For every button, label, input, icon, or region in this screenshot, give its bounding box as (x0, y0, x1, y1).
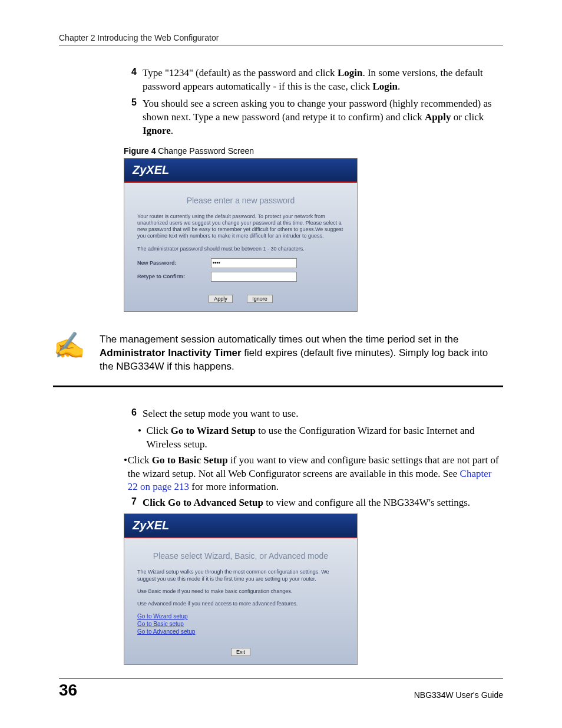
mode-text: The Wizard setup walks you through the m… (137, 569, 344, 582)
mode-text: Use Advanced mode if you need access to … (137, 601, 344, 607)
figure-4-screenshot: ZyXEL Please enter a new password Your r… (124, 158, 358, 312)
step-4: 4 Type "1234" (default) as the password … (124, 67, 503, 94)
panel-title: Please select Wizard, Basic, or Advanced… (137, 551, 344, 561)
zyxel-header: ZyXEL (124, 514, 357, 538)
step-7: 7 Click Go to Advanced Setup to view and… (124, 496, 503, 510)
bullet-wizard: •Click Go to Wizard Setup to use the Con… (138, 424, 503, 452)
step-5: 5 You should see a screen asking you to … (124, 97, 503, 138)
new-password-input[interactable] (211, 258, 297, 268)
page-number: 36 (59, 681, 77, 700)
guide-title: NBG334W User's Guide (414, 690, 503, 700)
note-icon: ✍ (53, 333, 85, 374)
go-to-basic-link[interactable]: Go to Basic setup (137, 621, 344, 627)
figure-5-screenshot: ZyXEL Please select Wizard, Basic, or Ad… (124, 513, 358, 665)
zyxel-logo: ZyXEL (133, 519, 169, 532)
retype-password-label: Retype to Confirm: (137, 274, 211, 279)
step-number: 4 (124, 67, 137, 94)
go-to-advanced-link[interactable]: Go to Advanced setup (137, 628, 344, 635)
new-password-label: New Password: (137, 260, 211, 266)
running-header: Chapter 2 Introducing the Web Configurat… (59, 33, 503, 45)
step-number: 5 (124, 97, 137, 138)
instruction-text: The administrator password should must b… (137, 246, 344, 252)
step-number: 7 (124, 496, 137, 510)
zyxel-logo: ZyXEL (133, 163, 169, 176)
step-number: 6 (124, 407, 137, 421)
step-6: 6 Select the setup mode you want to use. (124, 407, 503, 421)
divider (53, 386, 503, 387)
ignore-button[interactable]: Ignore (247, 295, 273, 303)
figure-4-caption: Figure 4 Change Password Screen (124, 146, 503, 156)
mode-text: Use Basic mode if you need to make basic… (137, 588, 344, 595)
bullet-basic: •Click Go to Basic Setup if you want to … (124, 454, 503, 495)
panel-title: Please enter a new password (137, 196, 344, 205)
go-to-wizard-link[interactable]: Go to Wizard setup (137, 613, 344, 620)
exit-button[interactable]: Exit (231, 648, 250, 656)
note-block: ✍ The management session automatically t… (53, 333, 503, 374)
apply-button[interactable]: Apply (209, 295, 233, 303)
retype-password-input[interactable] (211, 272, 297, 282)
zyxel-header: ZyXEL (124, 159, 357, 183)
page-footer: 36 NBG334W User's Guide (59, 678, 503, 700)
instruction-text: Your router is currently using the defau… (137, 213, 344, 240)
